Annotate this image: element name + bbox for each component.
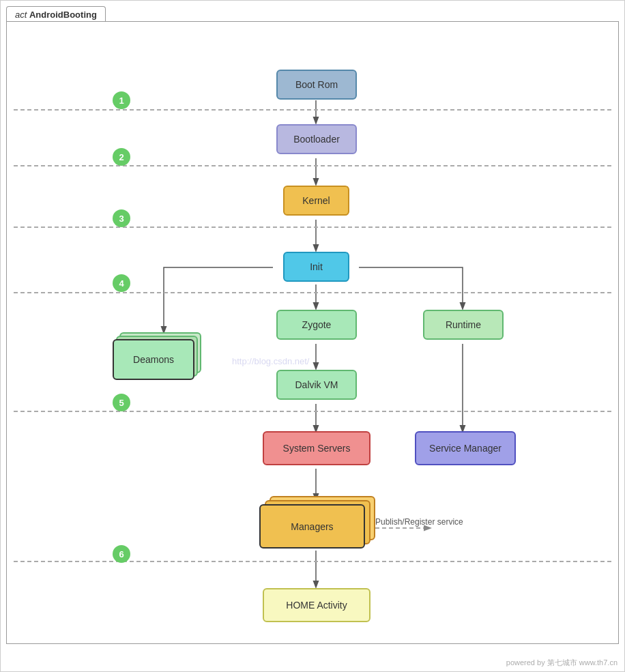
sysservers-box: System Servers — [263, 431, 370, 465]
diagram-container: act AndroidBooting — [0, 0, 625, 672]
tab-title: AndroidBooting — [29, 10, 97, 20]
init-box: Init — [283, 252, 349, 282]
runtime-label: Runtime — [446, 319, 481, 330]
diagram-inner: 1 2 3 4 5 6 Boot Rom Bootloader Kernel I… — [6, 21, 619, 644]
kernel-label: Kernel — [302, 195, 330, 206]
servicemanager-label: Service Manager — [429, 443, 502, 454]
servicemanager-box: Service Manager — [415, 431, 516, 465]
bootrom-label: Boot Rom — [295, 79, 338, 90]
runtime-box: Runtime — [423, 310, 504, 340]
circle-6: 6 — [113, 545, 130, 563]
watermark: http://blog.csdn.net/ — [232, 356, 309, 366]
deamons-stack: Deamons — [113, 332, 201, 380]
init-label: Init — [310, 261, 323, 272]
circle-3: 3 — [113, 209, 130, 227]
diagram-tab: act AndroidBooting — [6, 6, 106, 23]
homeactivity-label: HOME Activity — [286, 600, 347, 611]
circle-4: 4 — [113, 274, 130, 292]
circle-1: 1 — [113, 91, 130, 109]
zygote-label: Zygote — [302, 319, 332, 330]
publish-register-label: Publish/Register service — [375, 517, 463, 527]
sysservers-label: System Servers — [283, 443, 351, 454]
bootloader-box: Bootloader — [276, 124, 357, 154]
circle-5: 5 — [113, 394, 130, 411]
dashed-line-6 — [14, 561, 611, 562]
deamons-label: Deamons — [133, 354, 174, 365]
kernel-box: Kernel — [283, 186, 349, 216]
dashed-line-3 — [14, 227, 611, 228]
homeactivity-box: HOME Activity — [263, 588, 370, 622]
tab-act-label: act — [15, 10, 27, 20]
bootloader-label: Bootloader — [293, 134, 340, 145]
zygote-box: Zygote — [276, 310, 357, 340]
dalvikvm-label: Dalvik VM — [295, 379, 338, 390]
dalvikvm-box: Dalvik VM — [276, 370, 357, 400]
footer-watermark: powered by 第七城市 www.th7.cn — [506, 658, 617, 668]
managers-stack: Managers — [259, 496, 375, 551]
circle-2: 2 — [113, 148, 130, 166]
managers-label: Managers — [291, 521, 333, 532]
dashed-line-2 — [14, 165, 611, 166]
dashed-line-4 — [14, 292, 611, 293]
dashed-line-1 — [14, 109, 611, 111]
bootrom-box: Boot Rom — [276, 70, 357, 100]
dashed-line-5 — [14, 411, 611, 412]
